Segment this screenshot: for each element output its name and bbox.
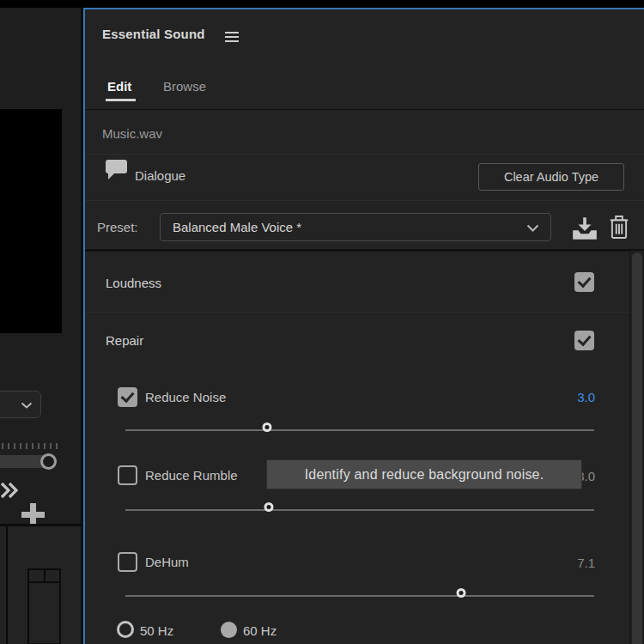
repair-checkbox[interactable] [574,331,594,350]
audio-type-label: Dialogue [135,168,185,183]
reduce-noise-label: Reduce Noise [145,390,226,404]
separator [85,249,644,252]
reduce-rumble-label: Reduce Rumble [145,468,238,483]
save-preset-icon[interactable] [572,216,598,244]
audio-meter [27,568,61,644]
meter-divider [6,526,8,644]
zoom-ruler-ticks [2,443,58,449]
scrollbar-track[interactable] [629,251,644,644]
reduce-rumble-slider[interactable] [125,509,594,511]
delete-preset-icon[interactable] [608,214,630,244]
loudness-checkbox[interactable] [574,272,594,292]
dehum-slider[interactable] [125,595,594,597]
radio-50hz-label: 50 Hz [140,623,173,638]
clip-name: Music.wav [102,126,162,141]
radio-60hz-label: 60 Hz [243,623,276,638]
radio-60hz[interactable] [221,622,237,638]
preset-dropdown[interactable]: Balanced Male Voice * [160,213,551,241]
tooltip: Identify and reduce background noise. [267,460,581,489]
monitor-viewport [0,109,62,333]
top-divider [0,0,644,8]
radio-50hz[interactable] [117,621,134,638]
zoom-slider-knob[interactable] [40,453,57,470]
double-chevron-icon[interactable] [0,481,19,503]
scrollbar-thumb[interactable] [632,252,642,644]
dehum-label: DeHum [145,555,189,569]
reduce-rumble-checkbox[interactable] [118,465,137,485]
speech-bubble-icon [105,159,128,184]
essential-sound-panel: Essential Sound Edit Browse Music.wav Di… [83,8,644,644]
dehum-slider-knob[interactable] [457,588,466,598]
left-sidebar [0,8,83,644]
preset-value: Balanced Male Voice * [173,214,301,240]
app-screen: Essential Sound Edit Browse Music.wav Di… [0,0,644,644]
collapsed-dropdown[interactable] [0,391,41,418]
dehum-checkbox[interactable] [118,552,137,572]
reduce-noise-value[interactable]: 3.0 [577,390,595,404]
separator [85,200,644,201]
panel-title: Essential Sound [102,27,205,41]
tab-browse[interactable]: Browse [163,79,206,94]
repair-section-label: Repair [106,333,143,348]
panel-menu-icon[interactable] [225,32,239,45]
reduce-noise-slider-knob[interactable] [263,422,272,432]
dehum-value: 7.1 [577,556,595,570]
reduce-noise-checkbox[interactable] [118,387,137,407]
reduce-rumble-slider-knob[interactable] [264,502,274,512]
add-button[interactable] [21,503,45,526]
audio-meters-panel [0,524,83,644]
reduce-noise-slider[interactable] [125,429,594,431]
separator [85,154,644,155]
chevron-down-icon [526,224,539,232]
separator [85,312,644,313]
tab-edit[interactable]: Edit [107,79,131,94]
active-tab-underline [106,99,136,101]
separator [85,109,644,110]
loudness-section-label: Loudness [106,276,161,290]
chevron-down-icon [21,402,33,409]
clear-audio-type-button[interactable]: Clear Audio Type [478,163,624,191]
preset-label: Preset: [97,220,138,234]
